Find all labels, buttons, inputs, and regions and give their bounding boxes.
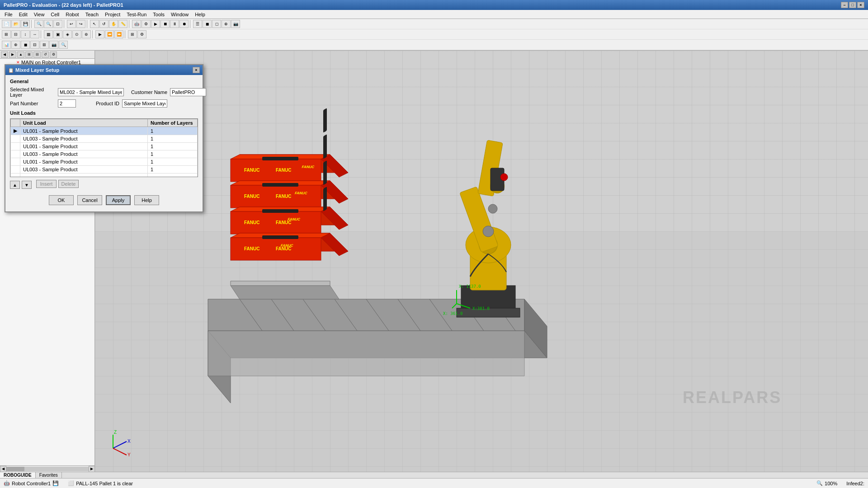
mixed-layer-dialog: 📋 Mixed Layer Setup × General Selected M… <box>5 64 203 212</box>
table-row[interactable]: UL003 - Sample Product 1 <box>11 135 198 143</box>
tb2-4[interactable]: ↔ <box>30 30 39 38</box>
tb-extra3[interactable]: ◻ <box>212 20 221 28</box>
tb-robot4[interactable]: ⏹ <box>160 20 170 28</box>
tb-extra4[interactable]: ⊕ <box>222 20 231 28</box>
tb-rotate[interactable]: ↺ <box>99 20 108 28</box>
tb2-5[interactable]: ▦ <box>44 30 53 38</box>
row-arrow <box>11 166 20 174</box>
table-row[interactable]: UL003 - Sample Product 1 <box>11 166 198 174</box>
tb-measure[interactable]: 📏 <box>118 20 127 28</box>
tb2-10[interactable]: ▶ <box>95 30 104 38</box>
left-panel-scrollbar[interactable]: ◀ ▶ <box>0 465 95 472</box>
menu-teach[interactable]: Teach <box>83 11 101 18</box>
tb-new[interactable]: 📄 <box>2 20 11 28</box>
tb3-2[interactable]: ⊕ <box>11 41 20 49</box>
menu-project[interactable]: Project <box>102 11 123 18</box>
menu-view[interactable]: View <box>31 11 47 18</box>
close-button[interactable]: × <box>857 2 864 8</box>
tb-extra2[interactable]: ◼ <box>203 20 212 28</box>
selected-mixed-layer-input[interactable] <box>58 88 124 96</box>
menu-help[interactable]: Help <box>192 11 208 18</box>
tb-extra1[interactable]: ☰ <box>193 20 202 28</box>
tb-robot1[interactable]: 🤖 <box>132 20 141 28</box>
tb-sep1 <box>31 20 33 28</box>
table-row[interactable]: ▶ UL001 - Sample Product 1 <box>11 127 198 135</box>
zoom-icon: 🔍 <box>816 480 823 486</box>
menu-window[interactable]: Window <box>168 11 191 18</box>
tb3-3[interactable]: ◼ <box>21 41 30 49</box>
menu-tools[interactable]: Tools <box>150 11 167 18</box>
tb-redo[interactable]: ↪ <box>76 20 85 28</box>
dialog-icon: 📋 <box>8 68 14 73</box>
tb-zoom-fit[interactable]: ⊡ <box>53 20 62 28</box>
tb2-8[interactable]: ⊙ <box>72 30 81 38</box>
tb-select[interactable]: ↖ <box>90 20 99 28</box>
tb-save[interactable]: 💾 <box>21 20 30 28</box>
tb2-12[interactable]: ⏩ <box>114 30 123 38</box>
delete-button[interactable]: Delete <box>58 180 79 188</box>
tb-robot2[interactable]: ⚙ <box>142 20 151 28</box>
tb2-grid[interactable]: ⊞ <box>128 30 137 38</box>
row-arrow <box>11 135 20 143</box>
tb2-7[interactable]: ◈ <box>63 30 72 38</box>
svg-marker-15 <box>231 286 339 299</box>
tb-zoom-in[interactable]: 🔍 <box>34 20 43 28</box>
tb-robot5[interactable]: ⏸ <box>170 20 179 28</box>
ok-button[interactable]: OK <box>49 195 74 205</box>
svg-text:FANUC: FANUC <box>244 246 259 251</box>
svg-rect-46 <box>262 183 298 187</box>
scroll-right-arrow[interactable]: ▶ <box>89 466 95 472</box>
scroll-track[interactable] <box>6 467 89 471</box>
tb-robot6[interactable]: ⏺ <box>179 20 189 28</box>
svg-rect-51 <box>323 160 327 185</box>
menu-testrun[interactable]: Test-Run <box>124 11 149 18</box>
tb2-settings[interactable]: ⚙ <box>137 30 146 38</box>
tb-camera[interactable]: 📷 <box>231 20 240 28</box>
product-id-input[interactable] <box>122 99 167 108</box>
menu-edit[interactable]: Edit <box>16 11 30 18</box>
help-button[interactable]: Help <box>134 195 159 205</box>
table-row[interactable]: UL001 - Sample Product 1 <box>11 158 198 166</box>
tb-sep5 <box>190 20 192 28</box>
move-up-button[interactable]: ▲ <box>10 181 20 189</box>
part-number-input[interactable] <box>58 99 76 108</box>
unit-loads-table-container[interactable]: Unit Load Number of Layers ▶ UL001 - Sam… <box>10 118 198 177</box>
maximize-button[interactable]: □ <box>849 2 856 8</box>
tb-zoom-out[interactable]: 🔍 <box>44 20 53 28</box>
tb3-1[interactable]: 📊 <box>2 41 11 49</box>
customer-name-input[interactable] <box>170 88 206 96</box>
scroll-thumb[interactable] <box>6 467 24 471</box>
table-row[interactable]: UL003 - Sample Product 1 <box>11 150 198 158</box>
scroll-left-arrow[interactable]: ◀ <box>0 466 6 472</box>
tb3-7[interactable]: 🔍 <box>59 41 68 49</box>
dialog-close-button[interactable]: × <box>193 67 200 73</box>
tb2-2[interactable]: ⊟ <box>11 30 20 38</box>
tab-roboguide[interactable]: ROBOGUIDE <box>0 472 36 478</box>
insert-button[interactable]: Insert <box>36 180 57 188</box>
tb-open[interactable]: 📂 <box>11 20 20 28</box>
tb3-4[interactable]: ⊟ <box>30 41 39 49</box>
tb2-6[interactable]: ▣ <box>53 30 62 38</box>
tab-favorites[interactable]: Favorites <box>36 472 62 478</box>
menu-robot[interactable]: Robot <box>63 11 81 18</box>
tb2-11[interactable]: ⏪ <box>105 30 114 38</box>
tb-robot3[interactable]: ▶ <box>151 20 160 28</box>
minimize-button[interactable]: – <box>841 2 848 8</box>
left-panel-tabs: ROBOGUIDE Favorites <box>0 472 95 478</box>
tb3-5[interactable]: ⊞ <box>40 41 49 49</box>
svg-point-64 <box>488 204 497 213</box>
cancel-button[interactable]: Cancel <box>77 195 102 205</box>
tb2-1[interactable]: ⊞ <box>2 30 11 38</box>
tb2-3[interactable]: ↕ <box>21 30 30 38</box>
dialog-title-bar[interactable]: 📋 Mixed Layer Setup × <box>5 65 203 75</box>
move-down-button[interactable]: ▼ <box>22 181 32 189</box>
tb-pan[interactable]: ✋ <box>109 20 118 28</box>
menu-file[interactable]: File <box>2 11 15 18</box>
layers-cell: 1 <box>148 143 198 150</box>
tb3-6[interactable]: 📷 <box>49 41 58 49</box>
tb-undo[interactable]: ↩ <box>67 20 76 28</box>
table-row[interactable]: UL001 - Sample Product 1 <box>11 143 198 150</box>
apply-button[interactable]: Apply <box>106 195 131 205</box>
menu-cell[interactable]: Cell <box>48 11 62 18</box>
tb2-9[interactable]: ⊚ <box>82 30 91 38</box>
